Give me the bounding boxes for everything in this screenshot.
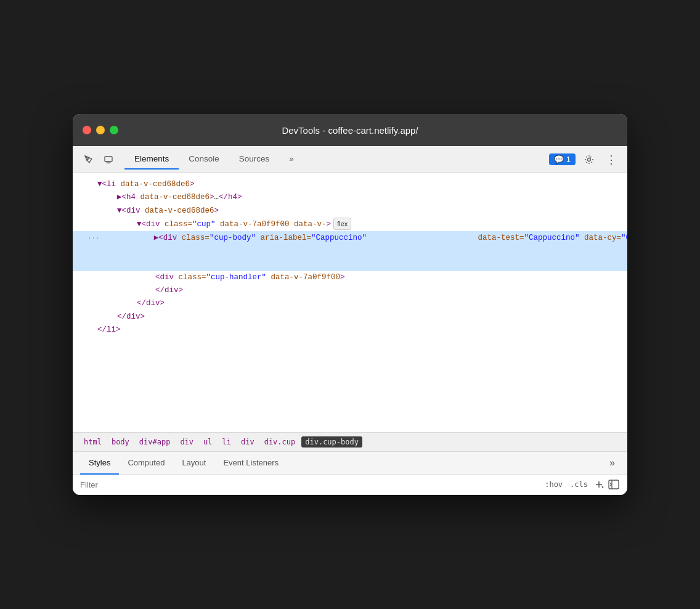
tab-styles[interactable]: Styles: [80, 452, 119, 475]
inspect-element-button[interactable]: [80, 151, 97, 168]
filter-input[interactable]: [80, 480, 537, 489]
vertical-dots-icon: ⋮: [606, 154, 617, 165]
tab-elements[interactable]: Elements: [124, 149, 179, 170]
svg-line-6: [602, 486, 603, 488]
device-toolbar-button[interactable]: [100, 151, 117, 168]
dom-line-selected[interactable]: ··· ▶<div class="cup-body" aria-label="C…: [73, 231, 627, 271]
notification-count: 1: [566, 155, 571, 164]
dom-line[interactable]: ▼<div class="cup" data-v-7a0f9f00 data-v…: [73, 218, 627, 231]
styles-tabs: Styles Computed Layout Event Listeners »: [73, 452, 627, 475]
breadcrumb-divapp[interactable]: div#app: [136, 436, 174, 448]
filter-bar: :hov .cls: [73, 475, 627, 495]
dom-line[interactable]: <div class="cup-handler" data-v-7a0f9f00…: [73, 271, 627, 284]
maximize-button[interactable]: [110, 126, 118, 134]
cls-button[interactable]: .cls: [568, 479, 590, 490]
svg-rect-7: [609, 480, 619, 489]
expand-dots[interactable]: ···: [88, 232, 100, 244]
dom-line[interactable]: </li>: [73, 324, 627, 337]
settings-button[interactable]: [580, 151, 598, 168]
titlebar: DevTools - coffee-cart.netlify.app/: [73, 114, 627, 146]
tab-sources[interactable]: Sources: [229, 149, 280, 170]
dom-line[interactable]: ▶<h4 data-v-ced68de6 >…</h4>: [73, 191, 627, 204]
tab-console[interactable]: Console: [179, 149, 229, 170]
breadcrumb: html body div#app div ul li div div.cup …: [73, 432, 627, 452]
styles-more-tabs[interactable]: »: [604, 452, 620, 474]
minimize-button[interactable]: [96, 126, 105, 134]
svg-rect-0: [105, 157, 112, 161]
window-title: DevTools - coffee-cart.netlify.app/: [282, 125, 418, 136]
dom-line[interactable]: </div>: [73, 297, 627, 310]
tab-event-listeners[interactable]: Event Listeners: [214, 452, 287, 475]
notification-badge[interactable]: 💬 1: [549, 153, 576, 165]
hov-button[interactable]: :hov: [542, 479, 565, 490]
dom-line[interactable]: ▼<div data-v-ced68de6 >: [73, 205, 627, 218]
breadcrumb-li[interactable]: li: [219, 436, 235, 448]
breadcrumb-html[interactable]: html: [80, 436, 105, 448]
main-tabs: Elements Console Sources »: [124, 149, 304, 170]
tab-more[interactable]: »: [279, 149, 304, 170]
toolbar: Elements Console Sources » 💬 1 ⋮: [73, 146, 627, 173]
breadcrumb-div1[interactable]: div: [176, 436, 197, 448]
traffic-lights: [83, 126, 118, 134]
dom-line[interactable]: </div>: [73, 284, 627, 297]
tab-layout[interactable]: Layout: [173, 452, 214, 475]
chat-icon: 💬: [554, 155, 564, 164]
panel-toggle-button[interactable]: [608, 478, 620, 491]
more-options-button[interactable]: ⋮: [603, 151, 620, 168]
filter-actions: :hov .cls: [542, 478, 620, 491]
breadcrumb-divcup[interactable]: div.cup: [261, 436, 299, 448]
toolbar-right: 💬 1 ⋮: [549, 151, 620, 168]
tab-computed[interactable]: Computed: [119, 452, 173, 475]
dom-line[interactable]: </div>: [73, 311, 627, 324]
svg-rect-1: [107, 162, 110, 163]
flex-badge[interactable]: flex: [333, 218, 351, 231]
svg-point-3: [588, 158, 591, 161]
dom-line[interactable]: ▼<li data-v-ced68de6 >: [73, 178, 627, 191]
close-button[interactable]: [83, 126, 91, 134]
breadcrumb-divcupbody[interactable]: div.cup-body: [301, 436, 362, 448]
tag-open: ▼<: [97, 178, 107, 191]
styles-panel: Styles Computed Layout Event Listeners »…: [73, 452, 627, 495]
breadcrumb-ul[interactable]: ul: [200, 436, 216, 448]
devtools-window: DevTools - coffee-cart.netlify.app/ Elem…: [73, 114, 627, 495]
dom-panel: ▼<li data-v-ced68de6 > ▶<h4 data-v-ced68…: [73, 173, 627, 432]
breadcrumb-div2[interactable]: div: [237, 436, 258, 448]
add-style-button[interactable]: [593, 478, 605, 491]
breadcrumb-body[interactable]: body: [108, 436, 133, 448]
